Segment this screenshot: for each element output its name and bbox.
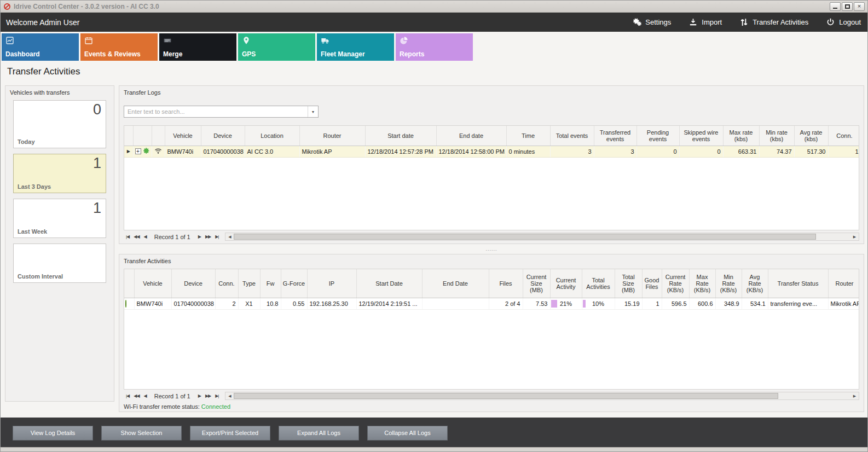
col-header-location[interactable]: Location xyxy=(245,126,299,146)
close-button[interactable]: × xyxy=(854,2,865,11)
cell-conn[interactable]: 1 xyxy=(828,146,859,157)
cell-time[interactable]: 0 minutes xyxy=(506,146,550,157)
collapse-all-logs-button[interactable]: Collapse All Logs xyxy=(367,426,448,441)
col-header-g-force[interactable]: G-Force xyxy=(281,269,307,298)
col-header-max-rate[interactable]: Max rate (kbs) xyxy=(723,126,759,146)
filter-card-today[interactable]: 0 Today xyxy=(13,100,106,148)
scroll-right-icon[interactable]: ▶ xyxy=(850,233,859,240)
col-header-max-rate[interactable]: Max Rate (KB/s) xyxy=(689,269,715,298)
view-log-details-button[interactable]: View Log Details xyxy=(13,426,93,441)
col-header-ip[interactable]: IP xyxy=(307,269,356,298)
nav-last-button[interactable]: ▶| xyxy=(213,393,221,398)
cell-skipped-wire-events[interactable]: 0 xyxy=(679,146,723,157)
cell-min-rate[interactable]: 348.9 xyxy=(715,298,742,309)
col-header-router[interactable]: Router xyxy=(299,126,365,146)
cell-router[interactable]: Mikrotik AP xyxy=(828,298,859,309)
minimize-button[interactable] xyxy=(830,2,841,11)
logout-button[interactable]: Logout xyxy=(826,18,861,27)
panel-splitter[interactable]: ...... xyxy=(119,244,864,254)
col-header-min-rate[interactable]: Min Rate (KB/s) xyxy=(715,269,742,298)
cell-current-size[interactable]: 7.53 xyxy=(523,298,550,309)
scroll-left-icon[interactable]: ◀ xyxy=(225,392,234,399)
nav-prev-button[interactable]: ◀ xyxy=(142,234,149,239)
settings-button[interactable]: Settings xyxy=(632,18,671,27)
activities-horizontal-scrollbar[interactable]: ◀ ▶ xyxy=(225,392,859,400)
cell-current-rate[interactable]: 596.5 xyxy=(662,298,689,309)
filter-card-last-3-days[interactable]: 1 Last 3 Days xyxy=(13,154,106,193)
nav-first-button[interactable]: |◀ xyxy=(124,393,131,398)
cell-avg-rate[interactable]: 534.1 xyxy=(742,298,768,309)
cell-total-size[interactable]: 15.19 xyxy=(615,298,642,309)
col-header-type[interactable]: Type xyxy=(238,269,260,298)
cell-transferred-events[interactable]: 3 xyxy=(594,146,636,157)
col-header-conn[interactable]: Conn. xyxy=(215,269,238,298)
expand-row-button[interactable]: + xyxy=(135,148,141,154)
tile-reports[interactable]: Reports xyxy=(396,33,473,61)
cell-location[interactable]: AI CC 3.0 xyxy=(245,146,299,157)
cell-good-files[interactable]: 1 xyxy=(642,298,662,309)
col-header-end-date[interactable]: End date xyxy=(436,126,506,146)
cell-vehicle[interactable]: BMW740i xyxy=(165,146,201,157)
cell-type[interactable]: X1 xyxy=(238,298,260,309)
cell-ip[interactable]: 192.168.25.30 xyxy=(307,298,356,309)
col-header-end-date[interactable]: End Date xyxy=(422,269,489,298)
nav-next-page-button[interactable]: ▶▶ xyxy=(203,393,213,398)
col-header-total-size[interactable]: Total Size (MB) xyxy=(615,269,642,298)
cell-total-events[interactable]: 3 xyxy=(550,146,594,157)
col-header-current-size[interactable]: Current Size (MB) xyxy=(523,269,550,298)
export-print-selected-button[interactable]: Export/Print Selected xyxy=(190,426,270,441)
cell-current-activity[interactable]: 21% xyxy=(550,298,582,309)
search-dropdown-button[interactable]: ▼ xyxy=(308,106,318,117)
col-header-vehicle[interactable]: Vehicle xyxy=(134,269,171,298)
cell-max-rate[interactable]: 600.6 xyxy=(689,298,715,309)
col-header-device[interactable]: Device xyxy=(201,126,245,146)
transfer-log-row[interactable]: ▶ + BMW740i 017040000038 AI CC 3.0 Mikro… xyxy=(124,146,859,157)
tile-merge[interactable]: Merge xyxy=(159,33,236,61)
col-header-pending-events[interactable]: Pending events xyxy=(636,126,679,146)
col-header-avg-rate[interactable]: Avg Rate (KB/s) xyxy=(742,269,768,298)
cell-end-date[interactable] xyxy=(422,298,489,309)
col-header-start-date[interactable]: Start date xyxy=(365,126,436,146)
tile-gps[interactable]: GPS xyxy=(238,33,315,61)
tile-dashboard[interactable]: Dashboard xyxy=(2,33,79,61)
nav-prev-page-button[interactable]: ◀◀ xyxy=(131,234,141,239)
col-header-total-events[interactable]: Total events xyxy=(550,126,594,146)
col-header-transfer-status[interactable]: Transfer Status xyxy=(768,269,828,298)
col-header-vehicle[interactable]: Vehicle xyxy=(165,126,201,146)
filter-card-last-week[interactable]: 1 Last Week xyxy=(13,199,106,238)
col-header-min-rate[interactable]: Min rate (kbs) xyxy=(759,126,794,146)
cell-end-date[interactable]: 12/18/2014 12:58:00 PM xyxy=(436,146,506,157)
cell-conn[interactable]: 2 xyxy=(215,298,238,309)
tile-events-reviews[interactable]: Events & Reviews xyxy=(80,33,158,61)
col-header-skipped-wire-events[interactable]: Skipped wire events xyxy=(679,126,723,146)
nav-next-page-button[interactable]: ▶▶ xyxy=(203,234,213,239)
scroll-right-icon[interactable]: ▶ xyxy=(850,392,859,399)
col-header-avg-rate[interactable]: Avg rate (kbs) xyxy=(794,126,828,146)
tile-fleet-manager[interactable]: Fleet Manager xyxy=(317,33,394,61)
cell-total-activities[interactable]: 10% xyxy=(582,298,615,309)
filter-card-custom-interval[interactable]: Custom Interval xyxy=(13,244,106,283)
cell-files[interactable]: 2 of 4 xyxy=(489,298,523,309)
scroll-left-icon[interactable]: ◀ xyxy=(225,233,234,240)
nav-first-button[interactable]: |◀ xyxy=(124,234,131,239)
cell-min-rate[interactable]: 74.37 xyxy=(759,146,794,157)
col-header-device[interactable]: Device xyxy=(171,269,215,298)
activities-scrollbar-thumb[interactable] xyxy=(234,393,778,399)
col-header-transferred-events[interactable]: Transferred events xyxy=(594,126,636,146)
logs-horizontal-scrollbar[interactable]: ◀ ▶ xyxy=(225,233,859,241)
nav-prev-page-button[interactable]: ◀◀ xyxy=(131,393,141,398)
col-header-time[interactable]: Time xyxy=(506,126,550,146)
col-header-fw[interactable]: Fw xyxy=(260,269,281,298)
cell-device[interactable]: 017040000038 xyxy=(201,146,245,157)
col-header-start-date[interactable]: Start Date xyxy=(356,269,422,298)
transfer-activity-row[interactable]: BMW740i 017040000038 2 X1 10.8 0.55 192.… xyxy=(124,298,859,309)
cell-g-force[interactable]: 0.55 xyxy=(281,298,307,309)
transfer-activities-button[interactable]: Transfer Activities xyxy=(739,18,808,27)
cell-max-rate[interactable]: 663.31 xyxy=(723,146,759,157)
cell-avg-rate[interactable]: 517.30 xyxy=(794,146,828,157)
show-selection-button[interactable]: Show Selection xyxy=(101,426,182,441)
cell-fw[interactable]: 10.8 xyxy=(260,298,281,309)
cell-pending-events[interactable]: 0 xyxy=(636,146,679,157)
col-header-current-rate[interactable]: Current Rate (KB/s) xyxy=(662,269,689,298)
nav-next-button[interactable]: ▶ xyxy=(196,234,203,239)
